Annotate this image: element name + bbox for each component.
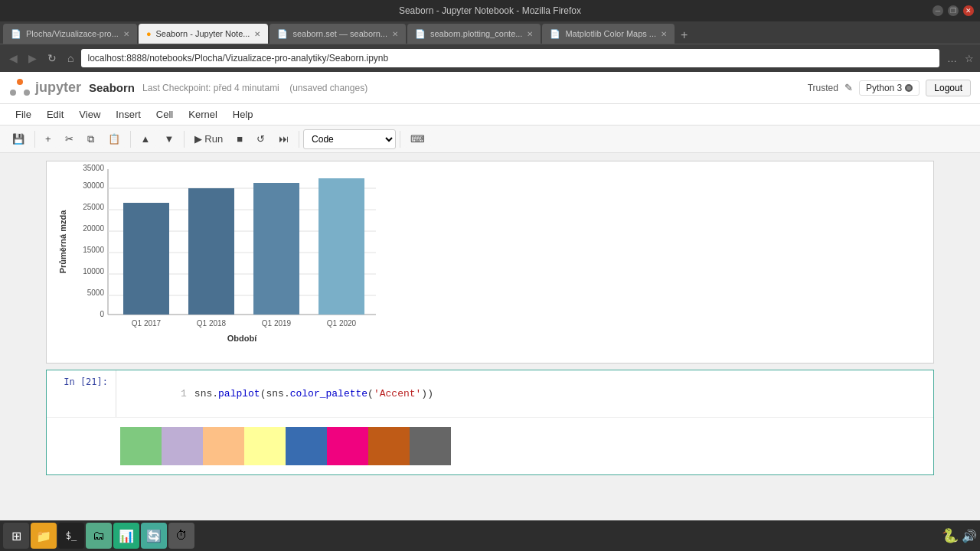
palette-swatch-2 [203,427,244,465]
cell-input: In [21]: 1sns.palplot(sns.color_palette(… [47,370,933,417]
window-controls: ─ ❐ ✕ [933,5,974,16]
paste-cell-button[interactable]: 📋 [102,130,126,148]
taskbar-app6-button[interactable]: 🔄 [141,523,167,549]
toolbar-separator-4 [299,131,299,148]
trusted-button[interactable]: Trusted [808,83,838,93]
copy-cell-button[interactable]: ⧉ [81,130,100,148]
svg-text:Průměrná mzda: Průměrná mzda [58,210,67,273]
cell-output-prompt [47,424,116,430]
taskbar-spreadsheet-button[interactable]: 📊 [113,523,139,549]
tab-label-4: Matplotlib Color Maps ... [565,29,656,38]
edit-notebook-icon[interactable]: ✎ [844,82,853,93]
copy-icon: ⧉ [87,133,94,145]
menu-file[interactable]: File [9,106,38,122]
minimize-btn[interactable]: ─ [933,5,943,16]
bookmark-icon[interactable]: ☆ [965,53,974,64]
code-cell-21[interactable]: In [21]: 1sns.palplot(sns.color_palette(… [46,370,934,475]
palette-swatch-6 [368,427,410,465]
tab-label-3: seaborn.plotting_conte... [430,29,522,38]
more-options-icon[interactable]: … [947,53,957,64]
taskbar-terminal-button[interactable]: $_ [58,523,84,549]
menu-view[interactable]: View [73,106,106,122]
taskbar-filemanager-button[interactable]: 🗂 [86,523,112,549]
menu-insert[interactable]: Insert [109,106,147,122]
svg-text:Q1 2019: Q1 2019 [262,319,292,328]
cut-cell-button[interactable]: ✂ [59,130,80,148]
apps-grid-button[interactable]: ⊞ [3,523,29,549]
notebook-scroll[interactable]: 0 5000 10000 15000 20000 25000 30000 350… [0,153,980,551]
spreadsheet-icon: 📊 [119,529,134,543]
app7-icon: ⏱ [175,529,188,543]
terminal-icon: $_ [66,530,77,541]
move-down-button[interactable]: ▼ [158,130,180,148]
tab-close-1[interactable]: ✕ [254,30,260,38]
save-icon: 💾 [12,133,24,145]
restore-btn[interactable]: ❐ [948,5,959,16]
tab-2[interactable]: 📄 seaborn.set — seaborn... ✕ [270,24,406,44]
tab-close-4[interactable]: ✕ [661,30,667,38]
stop-button[interactable]: ■ [230,130,249,148]
toolbar-separator-3 [184,131,185,148]
taskbar-files-button[interactable]: 📁 [31,523,57,549]
home-button[interactable]: ⌂ [64,51,77,66]
tab-label-2: seaborn.set — seaborn... [292,29,387,38]
back-button[interactable]: ◀ [6,51,21,66]
tab-close-3[interactable]: ✕ [527,30,533,38]
restart-run-button[interactable]: ⏭ [273,130,295,148]
run-button[interactable]: ▶ Run [188,130,229,148]
add-cell-button[interactable]: + [39,130,57,148]
svg-text:15000: 15000 [83,246,104,254]
new-tab-button[interactable]: + [676,28,692,42]
code-sns-2: sns [266,388,283,399]
tab-1[interactable]: ● Seaborn - Jupyter Note... ✕ [139,24,269,44]
svg-text:30000: 30000 [83,181,104,190]
code-function-sns: sns [194,388,212,399]
palette-swatch-1 [162,427,203,465]
move-down-icon: ▼ [164,133,174,145]
address-bar[interactable]: localhost:8888/notebooks/Plocha/Vizualiz… [81,49,939,67]
palette-swatch-4 [286,427,327,465]
save-button[interactable]: 💾 [6,130,31,148]
jupyter-logo: jupyter [9,77,81,99]
logout-button[interactable]: Logout [926,80,971,96]
speaker-icon[interactable]: 🔊 [962,529,977,543]
keyboard-shortcuts-button[interactable]: ⌨ [404,130,431,148]
forward-button[interactable]: ▶ [25,51,40,66]
move-up-button[interactable]: ▲ [135,130,157,148]
app6-icon: 🔄 [146,529,162,543]
svg-text:Období: Období [227,334,257,343]
restart-button[interactable]: ↺ [250,130,271,148]
toolbar-separator-5 [400,131,400,148]
tab-4[interactable]: 📄 Matplotlib Color Maps ... ✕ [542,24,675,44]
cell-code-editor[interactable]: 1sns.palplot(sns.color_palette('Accent')… [116,370,933,417]
menu-kernel[interactable]: Kernel [182,106,224,122]
tab-0[interactable]: 📄 Plocha/Vizualizace-pro... ✕ [3,24,137,44]
toolbar: 💾 + ✂ ⧉ 📋 ▲ ▼ ▶ Run ■ ↺ ⏭ Code Markdown … [0,126,980,153]
notebook-title[interactable]: Seaborn [89,81,135,94]
taskbar: ⊞ 📁 $_ 🗂 📊 🔄 ⏱ 🐍 🔊 [0,520,980,551]
run-icon: ▶ [194,133,202,145]
svg-rect-22 [318,178,364,315]
tab-close-0[interactable]: ✕ [123,30,129,38]
tab-close-2[interactable]: ✕ [392,30,398,38]
cut-icon: ✂ [65,133,74,145]
menu-bar: File Edit View Insert Cell Kernel Help [0,104,980,126]
tab-favicon-3: 📄 [415,29,426,39]
stop-icon: ■ [237,133,243,145]
cell-type-select[interactable]: Code Markdown Raw NBConvert Heading [303,129,396,149]
menu-edit[interactable]: Edit [41,106,70,122]
cell-output [47,417,933,474]
tab-3[interactable]: 📄 seaborn.plotting_conte... ✕ [407,24,541,44]
svg-rect-20 [188,188,234,315]
tab-bar: 📄 Plocha/Vizualizace-pro... ✕ ● Seaborn … [0,21,980,44]
cell-prompt: In [21]: [47,370,116,393]
menu-cell[interactable]: Cell [150,106,179,122]
refresh-button[interactable]: ↻ [44,51,60,66]
checkpoint-text: Last Checkpoint: před 4 minutami (unsave… [142,83,368,93]
palette-swatch-3 [244,427,286,465]
taskbar-app7-button[interactable]: ⏱ [168,523,194,549]
palette-swatch-0 [120,427,162,465]
kernel-info: Python 3 [859,80,920,96]
menu-help[interactable]: Help [227,106,260,122]
close-btn[interactable]: ✕ [963,5,974,16]
